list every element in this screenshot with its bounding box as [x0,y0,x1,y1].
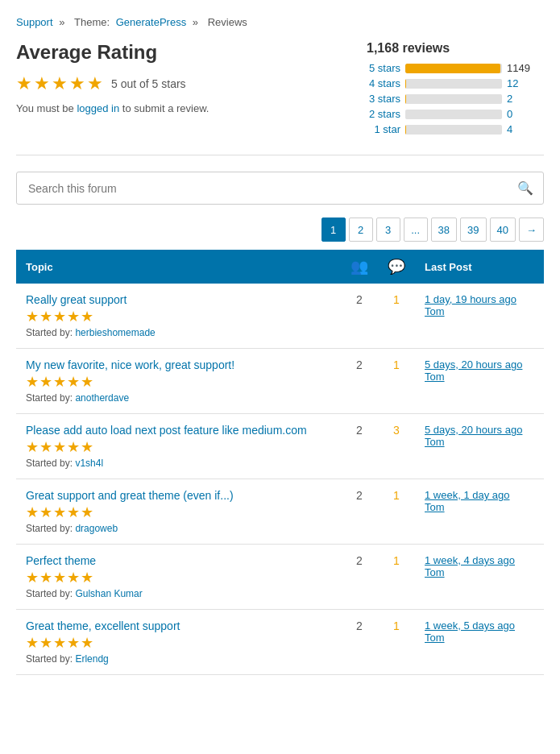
topic-cell: Great theme, excellent support★★★★★Start… [16,610,341,675]
author-link[interactable]: Gulshan Kumar [75,588,142,599]
page-button[interactable]: 2 [349,218,373,242]
page-button[interactable]: → [519,218,544,242]
voices-cell: 1 [378,479,415,545]
page-title: Average Rating [16,41,209,64]
login-notice: You must be logged in to submit a review… [16,102,209,114]
topic-title-link[interactable]: My new favorite, nice work, great suppor… [26,358,331,371]
replies-cell: 2 [341,545,378,610]
voices-cell: 1 [378,349,415,414]
bar-label: 5 stars [367,62,400,74]
stars-row: ★★★★★ 5 out of 5 stars [16,73,209,94]
star-icons: ★★★★★ [16,73,105,94]
author-link[interactable]: Erlendg [75,653,108,665]
last-post-cell: 1 day, 19 hours agoTom [415,284,544,349]
rating-bar-row: 3 stars2 [367,93,544,105]
last-post-time[interactable]: 1 day, 19 hours ago [425,293,534,305]
topic-header: Topic [16,250,341,284]
page-button[interactable]: 39 [460,218,486,242]
bar-number: 12 [507,77,531,89]
rating-bar-row: 5 stars1149 [367,62,544,74]
last-post-time[interactable]: 1 week, 5 days ago [425,619,534,632]
page-button[interactable]: 3 [376,218,400,242]
last-post-time[interactable]: 1 week, 1 day ago [425,489,534,501]
replies-cell: 2 [341,610,378,675]
voices-cell: 1 [378,284,415,349]
rating-left: Average Rating ★★★★★ 5 out of 5 stars Yo… [16,41,209,114]
last-post-time[interactable]: 1 week, 4 days ago [425,554,534,566]
bar-number: 2 [507,93,531,105]
topic-stars: ★★★★★ [26,438,331,456]
author-link[interactable]: dragoweb [75,523,118,534]
table-row: Really great support★★★★★Started by: her… [16,284,544,349]
rating-bars: 5 stars11494 stars123 stars22 stars01 st… [367,62,544,135]
last-post-author[interactable]: Tom [425,305,534,317]
topic-cell: Great support and great theme (even if..… [16,479,341,545]
voices-cell: 3 [378,414,415,479]
stars-label: 5 out of 5 stars [111,77,186,90]
table-row: Great support and great theme (even if..… [16,479,544,545]
topic-started-by: Started by: v1sh4l [26,458,331,469]
page-button[interactable]: 40 [490,218,516,242]
last-post-cell: 5 days, 20 hours agoTom [415,349,544,414]
page-button[interactable]: 38 [431,218,457,242]
breadcrumb-reviews: Reviews [208,16,247,28]
topic-title-link[interactable]: Perfect theme [26,554,331,567]
voices-cell: 1 [378,610,415,675]
bar-label: 2 stars [367,108,400,120]
search-section: 🔍 [16,172,544,205]
pagination: 123...383940→ [16,218,544,242]
topic-cell: Please add auto load next post feature l… [16,414,341,479]
voices-cell: 1 [378,545,415,610]
last-post-cell: 1 week, 4 days agoTom [415,545,544,610]
topic-title-link[interactable]: Great support and great theme (even if..… [26,489,331,502]
voices-icon: 💬 [388,259,405,275]
last-post-header: Last Post [415,250,544,284]
voices-header: 💬 [378,250,415,284]
topic-started-by: Started by: Erlendg [26,653,331,665]
bar-number: 4 [507,123,531,135]
login-link[interactable]: logged in [77,102,119,114]
rating-bar-row: 4 stars12 [367,77,544,89]
last-post-author[interactable]: Tom [425,501,534,513]
bar-fill [405,64,500,73]
topic-started-by: Started by: Gulshan Kumar [26,588,331,599]
table-row: Please add auto load next post feature l… [16,414,544,479]
breadcrumb-sep2: » [193,16,198,28]
author-link[interactable]: herbieshomemade [75,327,155,338]
topic-cell: Perfect theme★★★★★Started by: Gulshan Ku… [16,545,341,610]
last-post-author[interactable]: Tom [425,436,534,448]
topic-stars: ★★★★★ [26,308,331,325]
search-button[interactable]: 🔍 [508,172,543,204]
last-post-cell: 1 week, 1 day agoTom [415,479,544,545]
topic-stars: ★★★★★ [26,373,331,391]
replies-cell: 2 [341,349,378,414]
breadcrumb-theme-label: Theme: [74,16,110,28]
topic-cell: My new favorite, nice work, great suppor… [16,349,341,414]
replies-icon: 👥 [351,259,368,275]
last-post-author[interactable]: Tom [425,371,534,383]
forum-table: Topic 👥 💬 Last Post Really great support… [16,250,544,675]
page-button[interactable]: 1 [321,218,346,242]
topic-title-link[interactable]: Really great support [26,293,331,306]
replies-cell: 2 [341,284,378,349]
search-input[interactable] [17,174,508,203]
bar-label: 4 stars [367,77,400,89]
last-post-author[interactable]: Tom [425,566,534,578]
topic-started-by: Started by: anotherdave [26,392,331,404]
bar-number: 1149 [507,62,531,74]
rating-bar-row: 2 stars0 [367,108,544,120]
breadcrumb: Support » Theme: GeneratePress » Reviews [16,16,544,28]
last-post-time[interactable]: 5 days, 20 hours ago [425,424,534,436]
breadcrumb-support-link[interactable]: Support [16,16,53,28]
bar-number: 0 [507,108,531,120]
last-post-time[interactable]: 5 days, 20 hours ago [425,358,534,371]
page-button[interactable]: ... [404,218,428,242]
author-link[interactable]: v1sh4l [75,458,103,469]
breadcrumb-theme-link[interactable]: GeneratePress [116,16,186,28]
author-link[interactable]: anotherdave [75,392,129,404]
topic-title-link[interactable]: Great theme, excellent support [26,619,331,632]
topic-stars: ★★★★★ [26,569,331,586]
last-post-cell: 1 week, 5 days agoTom [415,610,544,675]
last-post-author[interactable]: Tom [425,632,534,644]
topic-title-link[interactable]: Please add auto load next post feature l… [26,424,331,437]
